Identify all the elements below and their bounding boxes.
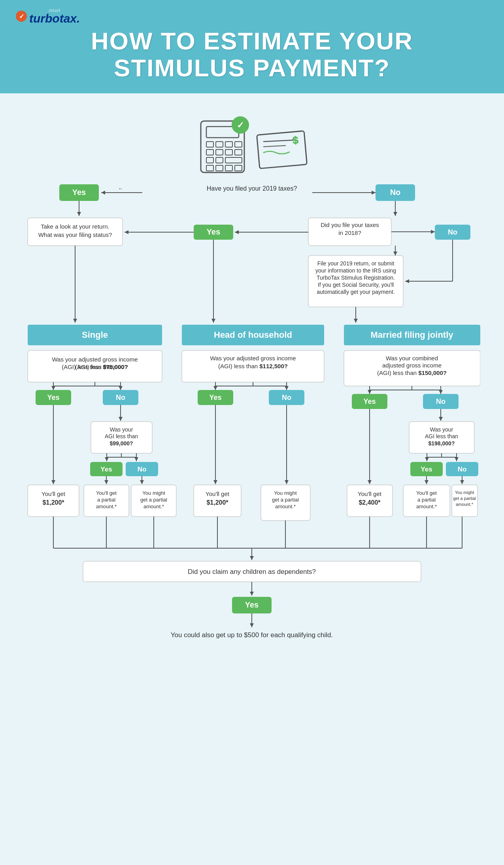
svg-text:←: ← [118,185,123,191]
svg-marker-62 [405,279,409,283]
svg-text:a partial: a partial [97,497,115,503]
svg-marker-163 [140,480,144,484]
svg-text:No: No [436,397,445,405]
svg-rect-5 [235,142,242,147]
main-content: ✓ $ $ Yes Have you filed your 2019 taxes… [0,93,504,865]
svg-rect-12 [225,157,242,163]
svg-text:Yes: Yes [100,466,112,473]
svg-text:adjusted gross income: adjusted gross income [382,362,442,369]
svg-marker-47 [431,230,435,234]
svg-text:Was your: Was your [430,426,453,433]
svg-marker-117 [368,390,372,394]
svg-marker-97 [51,386,55,390]
svg-text:Yes: Yes [209,394,221,401]
svg-marker-152 [51,480,55,484]
calculator-check-illustration: ✓ $ $ [189,113,315,176]
svg-text:amount.*: amount.* [416,503,437,509]
header-title: HOW TO ESTIMATE YOUR STIMULUS PAYMENT? [16,28,488,81]
svg-text:a partial: a partial [417,497,436,503]
svg-text:$99,000?: $99,000? [109,440,133,447]
svg-rect-7 [216,150,223,155]
svg-text:get a partial: get a partial [140,497,167,503]
svg-text:Did you file your taxes: Did you file your taxes [321,221,379,228]
svg-text:You'll get: You'll get [206,490,230,497]
svg-text:No: No [458,466,467,473]
svg-text:If you get Social Security, yo: If you get Social Security, you'll [318,282,394,288]
svg-text:You might: You might [455,490,474,495]
svg-marker-98 [119,386,123,390]
svg-text:No: No [448,228,457,236]
svg-rect-6 [206,150,213,155]
svg-text:You'll get: You'll get [416,490,437,496]
svg-text:You could also get up to $500 : You could also get up to $500 for each q… [171,631,333,639]
main-flowchart: Yes Have you filed your 2019 taxes? ← No… [24,180,480,865]
svg-text:File your 2019 return, or subm: File your 2019 return, or submit [317,260,395,267]
svg-text:get a partial: get a partial [272,497,299,503]
illustration: ✓ $ $ [24,105,480,180]
svg-text:Have you filed your 2019 taxes: Have you filed your 2019 taxes? [207,185,297,192]
svg-text:your information to the IRS us: your information to the IRS using [315,267,396,274]
svg-text:Did you claim any children as : Did you claim any children as dependents… [188,568,316,575]
svg-marker-210 [250,592,254,596]
svg-marker-66 [73,319,77,323]
svg-line-20 [263,140,296,142]
svg-text:Married filing jointly: Married filing jointly [370,330,453,340]
svg-rect-4 [225,142,232,147]
svg-text:You might: You might [142,490,165,496]
svg-marker-37 [393,212,397,216]
svg-text:AGI less than: AGI less than [425,433,458,439]
turbotax-check-icon: ✓ [16,11,27,22]
svg-marker-157 [104,480,108,484]
svg-text:Yes: Yes [47,394,59,401]
svg-text:Yes: Yes [245,600,259,609]
svg-text:Head of household: Head of household [214,330,292,340]
svg-text:$2,400*: $2,400* [359,499,381,506]
svg-text:Was your adjusted gross income: Was your adjusted gross income [52,356,138,363]
svg-marker-107 [213,386,217,390]
svg-rect-2 [206,142,213,147]
svg-text:Was your: Was your [110,426,133,433]
svg-marker-70 [354,319,358,323]
svg-marker-30 [372,191,376,195]
svg-marker-185 [425,480,428,484]
svg-marker-64 [393,252,397,256]
svg-rect-8 [225,150,232,155]
svg-text:No: No [116,394,125,401]
svg-marker-136 [439,417,443,421]
svg-rect-19 [257,131,307,168]
svg-text:AGI less than: AGI less than [105,433,138,439]
svg-line-21 [263,146,286,147]
svg-marker-68 [211,319,215,323]
svg-marker-35 [77,212,81,216]
svg-marker-145 [425,457,429,461]
svg-text:get a partial: get a partial [453,496,476,501]
svg-marker-214 [250,623,254,627]
turbotax-logo: intuit turbotax. [29,8,80,25]
svg-text:No: No [390,188,401,197]
svg-text:✓: ✓ [237,120,244,130]
svg-text:You'll get: You'll get [358,490,382,497]
svg-rect-14 [216,165,223,171]
svg-text:What was your filing status?: What was your filing status? [38,231,112,238]
svg-marker-191 [460,480,464,484]
svg-marker-27 [101,191,105,195]
svg-text:Take a look at your return.: Take a look at your return. [41,223,109,230]
svg-text:Was your adjusted gross income: Was your adjusted gross income [210,355,296,362]
svg-text:amount.*: amount.* [456,502,474,507]
svg-text:(AGI) less than $112,500?: (AGI) less than $112,500? [218,363,288,369]
svg-text:You'll get: You'll get [42,490,66,497]
svg-text:$1,200*: $1,200* [206,499,228,506]
svg-text:amount.*: amount.* [96,503,117,509]
svg-text:Yes: Yes [207,227,220,236]
svg-rect-9 [235,150,242,155]
svg-text:amount.*: amount.* [275,503,296,509]
svg-rect-15 [225,165,232,171]
svg-marker-118 [439,390,443,394]
svg-text:$: $ [292,134,299,146]
svg-rect-13 [206,165,213,171]
svg-marker-120 [119,417,123,421]
svg-text:automatically get your payment: automatically get your payment. [317,289,395,295]
svg-text:TurboTax Stimulus Registration: TurboTax Stimulus Registration. [317,274,395,281]
svg-marker-169 [213,480,217,484]
svg-marker-206 [250,556,254,560]
